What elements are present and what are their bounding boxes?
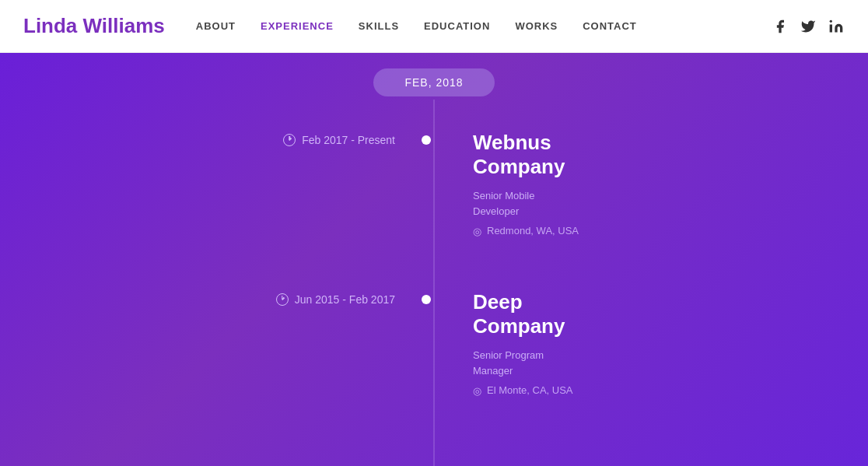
entry-1-dot	[422, 135, 431, 145]
nav-skills[interactable]: SKILLS	[359, 20, 399, 32]
entry-1-right: WebnusCompany Senior Mobile Developer Re…	[434, 131, 868, 237]
entry-2-date: Jun 2015 - Feb 2017	[276, 290, 395, 306]
social-icons	[772, 18, 845, 35]
timeline-entry-2: Jun 2015 - Feb 2017 DeepCompany Senior P…	[0, 290, 868, 396]
entry-1-title: Senior Mobile Developer	[473, 188, 868, 219]
entry-2-location: El Monte, CA, USA	[473, 384, 868, 396]
nav-experience[interactable]: EXPERIENCE	[261, 20, 334, 32]
clock-icon-2	[276, 293, 289, 306]
facebook-icon[interactable]	[772, 18, 789, 35]
nav-education[interactable]: EDUCATION	[424, 20, 490, 32]
entry-1-left: Feb 2017 - Present	[0, 131, 418, 146]
nav-contact[interactable]: CONTACT	[583, 20, 637, 32]
pin-icon-1	[473, 226, 482, 237]
pin-icon-2	[473, 385, 482, 396]
entry-2-dot	[422, 295, 431, 304]
entry-2-right: DeepCompany Senior Program Manager El Mo…	[434, 290, 868, 396]
twitter-icon[interactable]	[800, 18, 817, 35]
date-pill-container: FEB, 2018	[0, 53, 868, 96]
brand-name[interactable]: Linda Williams	[23, 14, 165, 38]
navbar: Linda Williams ABOUT EXPERIENCE SKILLS E…	[0, 0, 868, 53]
svg-point-0	[830, 19, 832, 22]
entry-2-company: DeepCompany	[473, 290, 868, 338]
nav-links: ABOUT EXPERIENCE SKILLS EDUCATION WORKS …	[196, 20, 772, 32]
clock-icon-1	[283, 134, 296, 146]
main-content: FEB, 2018 Feb 2017 - Present WebnusCompa…	[0, 53, 868, 466]
linkedin-icon[interactable]	[828, 18, 845, 35]
timeline-container: Feb 2017 - Present WebnusCompany Senior …	[0, 53, 868, 466]
entry-1-dot-area	[418, 131, 434, 145]
timeline-entry-1: Feb 2017 - Present WebnusCompany Senior …	[0, 131, 868, 237]
nav-about[interactable]: ABOUT	[196, 20, 236, 32]
entry-1-location: Redmond, WA, USA	[473, 225, 868, 237]
entry-1-date: Feb 2017 - Present	[283, 131, 395, 146]
entry-2-title: Senior Program Manager	[473, 348, 868, 378]
date-pill: FEB, 2018	[373, 68, 494, 96]
entry-1-company: WebnusCompany	[473, 131, 868, 179]
entry-2-left: Jun 2015 - Feb 2017	[0, 290, 418, 306]
nav-works[interactable]: WORKS	[515, 20, 558, 32]
entry-2-dot-area	[418, 290, 434, 304]
